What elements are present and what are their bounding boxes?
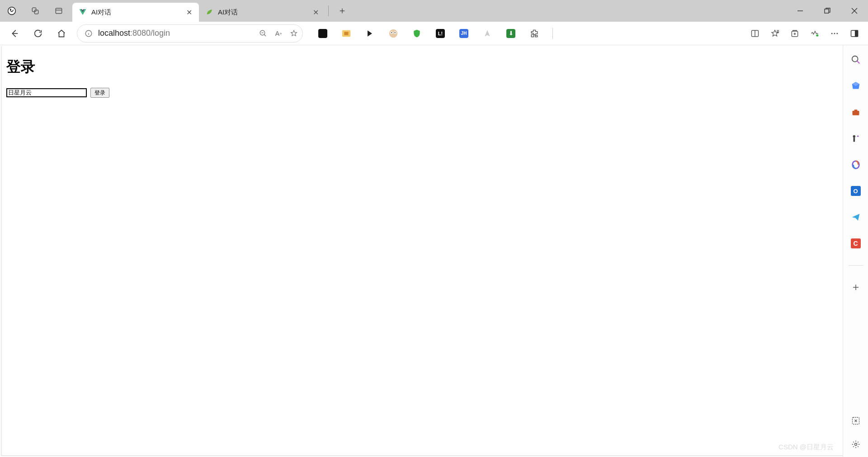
sidebar-toggle-icon[interactable] bbox=[849, 28, 860, 39]
svg-point-25 bbox=[395, 32, 396, 33]
profile-icon[interactable] bbox=[0, 0, 24, 22]
tab-2-close-icon[interactable]: ✕ bbox=[311, 8, 320, 17]
maximize-button[interactable] bbox=[814, 0, 841, 22]
tabs: AI对话 ✕ AI对话 ✕ bbox=[72, 0, 350, 22]
workspaces-icon[interactable] bbox=[24, 0, 47, 22]
back-button[interactable] bbox=[5, 24, 24, 43]
svg-rect-42 bbox=[852, 111, 859, 115]
performance-icon[interactable] bbox=[809, 28, 820, 39]
svg-rect-9 bbox=[825, 9, 829, 13]
tab-2-label: AI对话 bbox=[218, 8, 307, 17]
refresh-button[interactable] bbox=[28, 24, 48, 43]
ext-icon-1[interactable] bbox=[317, 28, 328, 39]
main-layout: 登录 登录 CSDN @日星月云 O C bbox=[0, 45, 868, 457]
svg-rect-4 bbox=[56, 8, 61, 14]
side-c-icon[interactable]: C bbox=[849, 237, 862, 250]
svg-point-34 bbox=[816, 34, 818, 36]
zoom-out-icon[interactable] bbox=[258, 29, 268, 38]
more-icon[interactable] bbox=[829, 28, 840, 39]
url-port: :8080 bbox=[130, 29, 151, 38]
tab-1-label: AI对话 bbox=[91, 8, 180, 17]
side-tools-icon[interactable] bbox=[849, 106, 862, 119]
site-info-icon[interactable] bbox=[84, 29, 94, 38]
split-screen-icon[interactable] bbox=[750, 28, 760, 39]
side-screenshot-icon[interactable] bbox=[849, 414, 862, 427]
tab-actions-icon[interactable] bbox=[47, 0, 71, 22]
svg-point-24 bbox=[391, 32, 392, 33]
minimize-button[interactable] bbox=[787, 0, 814, 22]
address-bar[interactable]: localhost:8080/login A» bbox=[77, 24, 303, 43]
url-host: localhost bbox=[98, 29, 130, 38]
svg-point-44 bbox=[853, 135, 855, 138]
ext-icon-6[interactable]: L! bbox=[435, 28, 446, 39]
read-aloud-icon[interactable]: A» bbox=[274, 29, 283, 38]
login-form: 登录 bbox=[6, 88, 838, 98]
favorites-icon[interactable] bbox=[769, 28, 780, 39]
window-controls bbox=[787, 0, 868, 22]
side-m365-icon[interactable] bbox=[849, 158, 862, 171]
tab-2[interactable]: AI对话 ✕ bbox=[199, 3, 326, 22]
svg-point-21 bbox=[389, 29, 397, 37]
side-panel-bottom bbox=[849, 414, 862, 451]
close-button[interactable] bbox=[841, 0, 868, 22]
ext-icon-9[interactable]: ⬇ bbox=[505, 28, 516, 39]
ext-icon-5[interactable] bbox=[411, 28, 422, 39]
svg-rect-2 bbox=[32, 8, 36, 11]
toolbar: localhost:8080/login A» L! JH ⬇ bbox=[0, 22, 868, 45]
tab-1[interactable]: AI对话 ✕ bbox=[72, 3, 199, 22]
favorite-icon[interactable] bbox=[289, 29, 299, 38]
svg-rect-3 bbox=[34, 10, 38, 14]
collections-icon[interactable] bbox=[789, 28, 800, 39]
toolbar-right bbox=[750, 28, 863, 39]
leaf-icon bbox=[205, 8, 213, 16]
side-settings-icon[interactable] bbox=[849, 438, 862, 451]
svg-point-40 bbox=[852, 56, 858, 62]
extensions-icon[interactable] bbox=[529, 28, 540, 39]
svg-point-36 bbox=[834, 33, 835, 34]
svg-point-48 bbox=[854, 443, 857, 446]
page-title: 登录 bbox=[6, 57, 838, 77]
page-content: 登录 登录 CSDN @日星月云 bbox=[1, 46, 843, 456]
ext-icon-8[interactable] bbox=[482, 28, 493, 39]
side-separator bbox=[849, 265, 863, 266]
ext-icon-4[interactable] bbox=[388, 28, 399, 39]
home-button[interactable] bbox=[52, 24, 71, 43]
ext-icon-2[interactable] bbox=[341, 28, 352, 39]
ext-icon-3[interactable] bbox=[364, 28, 375, 39]
svg-point-1 bbox=[10, 9, 11, 10]
new-tab-button[interactable] bbox=[334, 3, 350, 19]
svg-point-35 bbox=[831, 33, 833, 34]
title-bar-left bbox=[0, 0, 71, 22]
watermark: CSDN @日星月云 bbox=[778, 443, 834, 452]
side-send-icon[interactable] bbox=[849, 211, 862, 224]
ext-icon-7[interactable]: JH bbox=[458, 28, 469, 39]
toolbar-separator bbox=[552, 28, 553, 39]
svg-rect-43 bbox=[854, 109, 857, 111]
svg-rect-20 bbox=[344, 32, 348, 35]
tab-separator bbox=[328, 5, 329, 16]
vue-icon bbox=[79, 8, 87, 16]
url-text[interactable]: localhost:8080/login bbox=[98, 29, 254, 38]
svg-rect-39 bbox=[855, 30, 858, 36]
title-bar: AI对话 ✕ AI对话 ✕ bbox=[0, 0, 868, 22]
svg-line-17 bbox=[264, 34, 266, 36]
username-input[interactable] bbox=[6, 88, 87, 97]
side-panel: O C bbox=[843, 45, 868, 457]
url-path: /login bbox=[151, 29, 170, 38]
svg-point-0 bbox=[8, 7, 16, 15]
side-outlook-icon[interactable]: O bbox=[849, 185, 862, 197]
svg-point-37 bbox=[836, 33, 838, 34]
side-add-icon[interactable] bbox=[849, 281, 862, 294]
tab-1-close-icon[interactable]: ✕ bbox=[184, 8, 193, 17]
extensions-bar: L! JH ⬇ bbox=[317, 28, 553, 39]
side-shopping-icon[interactable] bbox=[849, 80, 862, 92]
side-search-icon[interactable] bbox=[849, 53, 862, 66]
login-button[interactable]: 登录 bbox=[90, 88, 109, 98]
address-actions: A» bbox=[258, 29, 299, 38]
svg-line-41 bbox=[857, 61, 859, 64]
side-games-icon[interactable] bbox=[849, 132, 862, 145]
